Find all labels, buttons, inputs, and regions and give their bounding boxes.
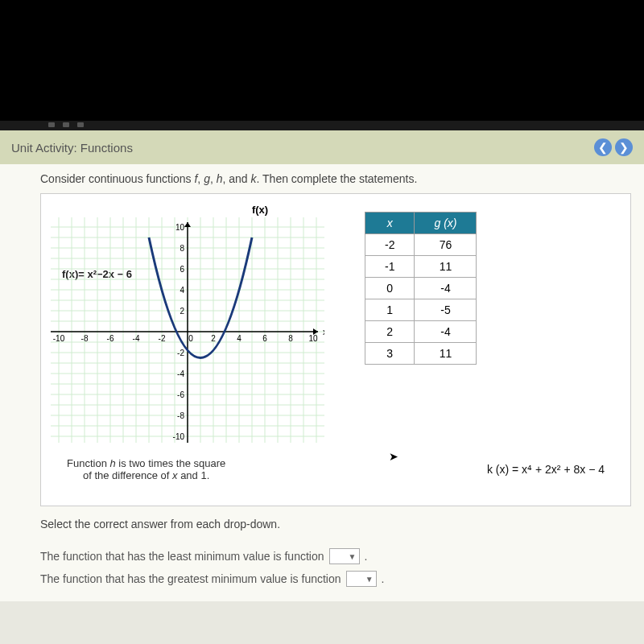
svg-text:8: 8 [288, 334, 293, 343]
svg-text:2: 2 [211, 334, 216, 343]
instruction-text: Consider continuous functions f, g, h, a… [40, 172, 631, 185]
h-function-description: Function h is two times the squareof the… [67, 457, 225, 481]
svg-text:0: 0 [188, 334, 193, 343]
svg-text:6: 6 [262, 334, 267, 343]
chevron-down-icon: ▼ [365, 575, 374, 584]
period: . [365, 550, 368, 563]
prev-button[interactable]: ❮ [594, 138, 612, 156]
k-function-equation: k (x) = x⁴ + 2x² + 8x − 4 [487, 463, 605, 476]
taskbar-dot [63, 122, 69, 127]
graph-svg: -10-8-6-4-20246810 108642-2-4-6-8-10 x [51, 217, 324, 443]
svg-text:4: 4 [180, 286, 184, 295]
period: . [382, 572, 385, 585]
svg-text:-2: -2 [177, 349, 184, 357]
svg-text:x: x [323, 327, 324, 336]
page: Unit Activity: Functions ❮ ❯ Consider co… [0, 130, 644, 601]
svg-text:-8: -8 [177, 411, 184, 420]
dropdown-instruction: Select the correct answer from each drop… [40, 518, 631, 530]
svg-text:-4: -4 [133, 334, 140, 343]
svg-text:10: 10 [175, 223, 185, 232]
table-row: 1-5 [365, 299, 477, 321]
g-table-container: x g (x) -276 -111 0-4 1-5 2-4 311 [365, 212, 477, 365]
function-graph: -10-8-6-4-20246810 108642-2-4-6-8-10 x [51, 217, 324, 443]
chevron-down-icon: ▼ [349, 552, 357, 561]
svg-text:-8: -8 [81, 334, 89, 343]
svg-text:6: 6 [180, 265, 184, 274]
nav-controls: ❮ ❯ [594, 138, 633, 156]
content: Consider continuous functions f, g, h, a… [0, 164, 644, 601]
next-button[interactable]: ❯ [615, 138, 633, 156]
svg-text:-4: -4 [177, 369, 184, 378]
svg-text:10: 10 [308, 334, 318, 343]
content-panel: f(x) f(x)= x²−2x − 6 [40, 193, 631, 506]
svg-text:-6: -6 [107, 334, 114, 343]
table-row: -276 [365, 234, 477, 256]
table-row: 0-4 [365, 278, 477, 299]
taskbar-dot [48, 122, 55, 127]
svg-marker-45 [184, 222, 191, 227]
svg-text:4: 4 [237, 334, 242, 343]
graph-container: f(x) f(x)= x²−2x − 6 [51, 204, 324, 443]
svg-text:8: 8 [180, 244, 184, 253]
g-table-header-x: x [365, 213, 415, 234]
svg-text:2: 2 [180, 307, 184, 316]
table-row: 2-4 [365, 321, 477, 343]
statement-greatest: The function that has the greatest minim… [40, 571, 631, 587]
statement-greatest-text: The function that has the greatest minim… [40, 572, 341, 585]
two-column-layout: f(x) f(x)= x²−2x − 6 [51, 204, 621, 443]
statement-least: The function that has the least minimum … [40, 548, 631, 564]
svg-text:-10: -10 [53, 334, 65, 343]
cursor-icon: ➤ [389, 450, 398, 463]
statement-least-text: The function that has the least minimum … [40, 550, 324, 563]
dropdown-greatest[interactable]: ▼ [346, 571, 377, 587]
svg-text:-6: -6 [177, 390, 184, 399]
page-title: Unit Activity: Functions [11, 141, 133, 155]
table-row: 311 [365, 343, 477, 365]
black-bar-top [0, 0, 644, 121]
taskbar-dot [77, 122, 84, 127]
table-row: -111 [365, 256, 477, 278]
svg-text:-10: -10 [173, 432, 185, 441]
taskbar [0, 121, 644, 130]
header: Unit Activity: Functions ❮ ❯ [0, 130, 644, 164]
graph-y-axis-label: f(x) [196, 204, 324, 216]
g-table: x g (x) -276 -111 0-4 1-5 2-4 311 [365, 212, 477, 365]
svg-text:-2: -2 [159, 334, 166, 343]
bottom-row: Function h is two times the squareof the… [51, 457, 621, 481]
dropdown-least[interactable]: ▼ [329, 548, 360, 564]
g-table-header-gx: g (x) [415, 213, 477, 234]
